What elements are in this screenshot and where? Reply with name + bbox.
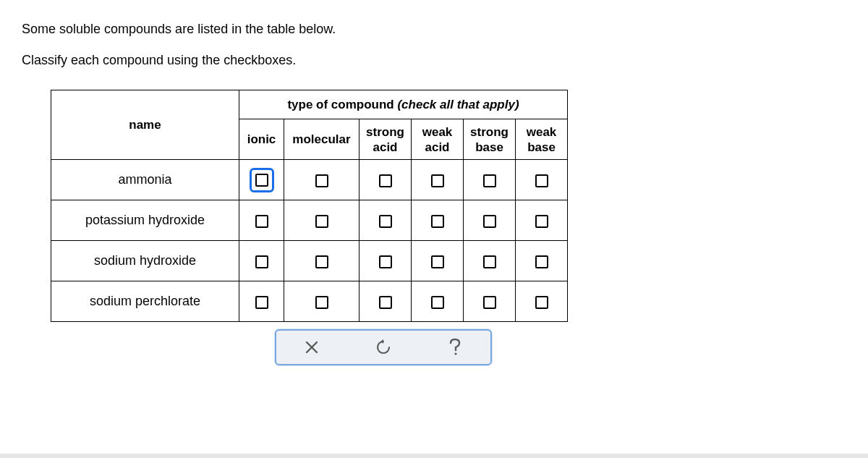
answer-toolbar — [275, 329, 492, 365]
table-row: potassium hydroxide — [51, 200, 568, 241]
checkbox-weak-base[interactable] — [535, 296, 548, 309]
checkbox-strong-base[interactable] — [483, 296, 496, 309]
header-weak-acid: weak acid — [412, 119, 464, 160]
checkbox-ionic[interactable] — [255, 174, 268, 187]
header-type-text: type of compound — [287, 98, 397, 111]
svg-marker-2 — [380, 339, 383, 344]
checkbox-ionic[interactable] — [255, 296, 268, 309]
header-type-group: type of compound (check all that apply) — [239, 90, 568, 119]
checkbox-weak-base[interactable] — [535, 215, 548, 228]
checkbox-ionic[interactable] — [255, 255, 268, 268]
checkbox-strong-acid[interactable] — [379, 296, 392, 309]
undo-icon — [375, 339, 391, 355]
checkbox-ionic[interactable] — [255, 215, 268, 228]
checkbox-strong-base[interactable] — [483, 174, 496, 187]
compound-name: ammonia — [51, 160, 239, 200]
help-button[interactable] — [422, 331, 488, 364]
header-name: name — [51, 90, 239, 160]
compound-name: sodium hydroxide — [51, 241, 239, 281]
header-strong-base: strong base — [464, 119, 516, 160]
header-strong-acid: strong acid — [359, 119, 412, 160]
intro-line-1: Some soluble compounds are listed in the… — [22, 20, 846, 38]
checkbox-strong-base[interactable] — [483, 215, 496, 228]
checkbox-weak-acid[interactable] — [431, 215, 444, 228]
checkbox-strong-acid[interactable] — [379, 215, 392, 228]
checkbox-focus-ring — [250, 168, 274, 192]
header-weak-base: weak base — [516, 119, 568, 160]
reset-button[interactable] — [351, 331, 416, 364]
table-row: sodium perchlorate — [51, 281, 568, 322]
question-icon — [449, 338, 461, 357]
checkbox-molecular[interactable] — [315, 215, 328, 228]
checkbox-molecular[interactable] — [315, 255, 328, 268]
x-icon — [305, 341, 318, 354]
checkbox-molecular[interactable] — [315, 296, 328, 309]
checkbox-molecular[interactable] — [315, 174, 328, 187]
header-ionic: ionic — [239, 119, 284, 160]
checkbox-weak-acid[interactable] — [431, 174, 444, 187]
checkbox-weak-base[interactable] — [535, 255, 548, 268]
table-row: sodium hydroxide — [51, 241, 568, 281]
compound-name: sodium perchlorate — [51, 281, 239, 322]
checkbox-weak-acid[interactable] — [431, 255, 444, 268]
checkbox-strong-acid[interactable] — [379, 174, 392, 187]
intro-line-2: Classify each compound using the checkbo… — [22, 51, 846, 69]
checkbox-weak-base[interactable] — [535, 174, 548, 187]
header-molecular: molecular — [284, 119, 359, 160]
checkbox-strong-acid[interactable] — [379, 255, 392, 268]
clear-button[interactable] — [279, 331, 344, 364]
checkbox-weak-acid[interactable] — [431, 296, 444, 309]
svg-point-3 — [454, 353, 456, 355]
compound-table: name type of compound (check all that ap… — [51, 90, 568, 322]
compound-name: potassium hydroxide — [51, 200, 239, 241]
header-type-italic: (check all that apply) — [397, 98, 519, 111]
checkbox-strong-base[interactable] — [483, 255, 496, 268]
table-row: ammonia — [51, 160, 568, 200]
